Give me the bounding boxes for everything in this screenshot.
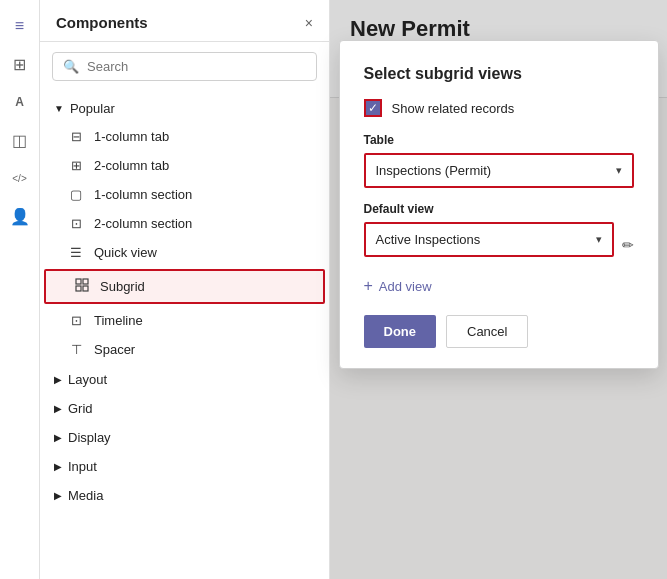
sidebar-item-2col-tab[interactable]: ⊞ 2-column tab	[40, 151, 329, 180]
quick-view-icon: ☰	[68, 245, 84, 260]
chevron-right-icon: ▶	[54, 374, 62, 385]
show-related-checkbox[interactable]: ✓	[364, 99, 382, 117]
input-section: ▶ Input	[40, 453, 329, 480]
modal-title: Select subgrid views	[364, 65, 634, 83]
grid-section-label: Grid	[68, 401, 93, 416]
sidebar-item-label: Subgrid	[100, 279, 145, 294]
sidebar-item-label: Spacer	[94, 342, 135, 357]
main-area: New Permit Permit General Inspections Re…	[330, 0, 667, 579]
input-section-header[interactable]: ▶ Input	[40, 453, 329, 480]
cancel-button[interactable]: Cancel	[446, 315, 528, 348]
chevron-down-icon: ▼	[54, 103, 64, 114]
chevron-right-icon: ▶	[54, 432, 62, 443]
table-dropdown[interactable]: Inspections (Permit) ▾	[364, 153, 634, 188]
sidebar-item-1col-section[interactable]: ▢ 1-column section	[40, 180, 329, 209]
grid-section: ▶ Grid	[40, 395, 329, 422]
popular-section-label: Popular	[70, 101, 115, 116]
sidebar-close-button[interactable]: ×	[305, 15, 313, 31]
default-view-field-label: Default view	[364, 202, 634, 216]
2col-section-icon: ⊡	[68, 216, 84, 231]
popular-section-header[interactable]: ▼ Popular	[40, 95, 329, 122]
svg-rect-1	[83, 279, 88, 284]
sidebar-item-label: 1-column tab	[94, 129, 169, 144]
show-related-label: Show related records	[392, 101, 515, 116]
media-section-label: Media	[68, 488, 103, 503]
add-view-plus-icon: +	[364, 277, 373, 295]
sidebar-content: ▼ Popular ⊟ 1-column tab ⊞ 2-column tab …	[40, 91, 329, 579]
layout-section-label: Layout	[68, 372, 107, 387]
sidebar-item-label: Timeline	[94, 313, 143, 328]
sidebar-item-1col-tab[interactable]: ⊟ 1-column tab	[40, 122, 329, 151]
media-section-header[interactable]: ▶ Media	[40, 482, 329, 509]
add-view-row[interactable]: + Add view	[364, 277, 634, 295]
input-section-label: Input	[68, 459, 97, 474]
svg-rect-2	[76, 286, 81, 291]
2col-tab-icon: ⊞	[68, 158, 84, 173]
table-dropdown-value: Inspections (Permit)	[376, 163, 492, 178]
sidebar-item-label: Quick view	[94, 245, 157, 260]
1col-tab-icon: ⊟	[68, 129, 84, 144]
home-icon[interactable]: ⊞	[4, 48, 36, 80]
left-nav: ≡ ⊞ A ◫ </> 👤	[0, 0, 40, 579]
person-icon[interactable]: 👤	[4, 200, 36, 232]
search-icon: 🔍	[63, 59, 79, 74]
done-button[interactable]: Done	[364, 315, 437, 348]
sidebar-item-label: 2-column section	[94, 216, 192, 231]
sidebar-header: Components ×	[40, 0, 329, 42]
edit-view-icon[interactable]: ✏	[622, 237, 634, 253]
chevron-right-icon: ▶	[54, 490, 62, 501]
sidebar-item-2col-section[interactable]: ⊡ 2-column section	[40, 209, 329, 238]
svg-rect-0	[76, 279, 81, 284]
media-section: ▶ Media	[40, 482, 329, 509]
sidebar-item-subgrid[interactable]: Subgrid	[44, 269, 325, 304]
sidebar-title: Components	[56, 14, 148, 31]
spacer-icon: ⊤	[68, 342, 84, 357]
search-box[interactable]: 🔍	[52, 52, 317, 81]
select-subgrid-modal: Select subgrid views ✓ Show related reco…	[339, 40, 659, 369]
search-input[interactable]	[87, 59, 306, 74]
default-view-value: Active Inspections	[376, 232, 481, 247]
modal-overlay: Select subgrid views ✓ Show related reco…	[330, 0, 667, 579]
add-view-label: Add view	[379, 279, 432, 294]
display-section-label: Display	[68, 430, 111, 445]
default-view-dropdown[interactable]: Active Inspections ▾	[364, 222, 614, 257]
chevron-right-icon: ▶	[54, 461, 62, 472]
1col-section-icon: ▢	[68, 187, 84, 202]
layout-section: ▶ Layout	[40, 366, 329, 393]
show-related-row: ✓ Show related records	[364, 99, 634, 117]
hamburger-icon[interactable]: ≡	[4, 10, 36, 42]
components-sidebar: Components × 🔍 ▼ Popular ⊟ 1-column tab …	[40, 0, 330, 579]
table-dropdown-arrow-icon: ▾	[616, 164, 622, 177]
subgrid-icon	[74, 278, 90, 295]
layout-section-header[interactable]: ▶ Layout	[40, 366, 329, 393]
code-icon[interactable]: </>	[4, 162, 36, 194]
sidebar-item-quick-view[interactable]: ☰ Quick view	[40, 238, 329, 267]
text-icon[interactable]: A	[4, 86, 36, 118]
sidebar-item-spacer[interactable]: ⊤ Spacer	[40, 335, 329, 364]
layers-icon[interactable]: ◫	[4, 124, 36, 156]
grid-section-header[interactable]: ▶ Grid	[40, 395, 329, 422]
sidebar-item-timeline[interactable]: ⊡ Timeline	[40, 306, 329, 335]
modal-footer: Done Cancel	[364, 315, 634, 348]
display-section: ▶ Display	[40, 424, 329, 451]
svg-rect-3	[83, 286, 88, 291]
chevron-right-icon: ▶	[54, 403, 62, 414]
default-view-arrow-icon: ▾	[596, 233, 602, 246]
checkmark-icon: ✓	[368, 102, 378, 114]
default-view-row: Active Inspections ▾ ✏	[364, 222, 634, 267]
popular-section: ▼ Popular ⊟ 1-column tab ⊞ 2-column tab …	[40, 95, 329, 364]
display-section-header[interactable]: ▶ Display	[40, 424, 329, 451]
table-field-label: Table	[364, 133, 634, 147]
sidebar-item-label: 2-column tab	[94, 158, 169, 173]
sidebar-item-label: 1-column section	[94, 187, 192, 202]
timeline-icon: ⊡	[68, 313, 84, 328]
